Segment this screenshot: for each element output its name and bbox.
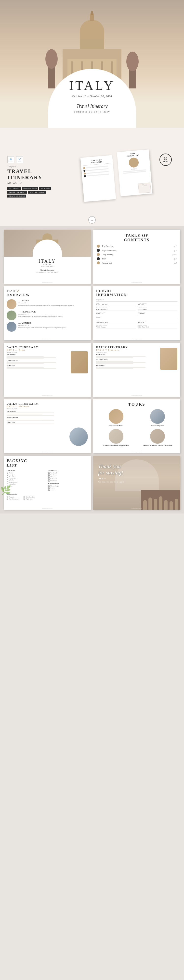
badge-colors: CHANGE COLORS — [7, 194, 26, 197]
hero-section: ITALY October 10 – October 20, 2024 Trav… — [0, 0, 184, 128]
hero-title: ITALY — [69, 78, 115, 93]
trip-city-venice: — VENICE October 18 - 20 Explore the mag… — [6, 322, 88, 332]
electronics-title: Electronics — [48, 482, 88, 484]
daily-day2-card: DAILY ITINERARY DAY 2 // Florence Octobe… — [93, 343, 180, 397]
tour-img-2 — [150, 409, 165, 424]
packing-col-clothing: Clothing T-shirts Jeans/pants Dress/skir… — [6, 469, 46, 491]
card-url-4: ultimatedesignco.etsy.com — [93, 338, 180, 339]
trip-title: TRIP✓OVERVIEW — [6, 289, 88, 297]
venice-name: — VENICE — [18, 322, 88, 324]
pages-badge: 10 PAGES — [159, 154, 172, 166]
toc-label-3: Daily Itinerary — [102, 253, 113, 256]
florence-daily-img — [160, 348, 178, 370]
item-jeans: Jeans/pants — [6, 474, 46, 476]
tours-card: TOURS Vatican City Tour Vatican City Tou… — [93, 399, 180, 453]
ret-from-field: Departure Airport VCE - Venice — [96, 325, 136, 328]
template-preview-section: G GOOGLE W WORD Template TRAVELITINERARY… — [0, 128, 184, 226]
day1-evening-label: EVENING — [6, 365, 68, 366]
ms-word-icon: W WORD — [16, 156, 23, 163]
cover-guide: complete guide to italy — [6, 271, 88, 273]
book-left-page: TABLE OFCONTENTS — [81, 155, 116, 202]
badge-google: GOOGLE DOCS — [22, 187, 38, 190]
day3-afternoon-label: AFTERNOON — [6, 417, 66, 418]
thankyou-dots-row — [99, 478, 180, 479]
dep-to-field: Arrival Airport FCO - Rome — [138, 307, 178, 311]
documents-title: Documents — [6, 493, 88, 495]
flight-info-card: FLIGHTINFORMATION Departure Date October… — [93, 286, 180, 340]
item-body-wash: Body wash — [48, 478, 88, 480]
cover-image — [4, 230, 91, 257]
tour-name-4: Murano & Burano Atlantic Glass Tour — [138, 445, 178, 447]
return-section: Return Date October 20, 2024 Flight Numb… — [96, 317, 178, 328]
thankyou-line2: for staying! — [98, 469, 180, 476]
item-dress: Dress/skirt — [6, 476, 46, 477]
florence-image — [6, 310, 16, 320]
card-url-7: ultimatedesignco.etsy.com — [4, 451, 91, 453]
dep-date-field: Date October 10, 2024 — [96, 303, 136, 306]
badge-edit: EASY EDITABLE — [28, 191, 46, 194]
card-url-8: ultimatedesignco.etsy.com — [93, 451, 180, 453]
ret-flight-value: AA 5678 — [138, 321, 178, 324]
card-url-6: ultimatedesignco.etsy.com — [93, 395, 180, 396]
toc-label-1: Trip Overview — [102, 245, 113, 247]
day1-subtitle: DAY 1 // Rome — [6, 349, 88, 351]
item-underwear: Underwear — [6, 484, 46, 485]
item-jacket: Light jacket — [6, 478, 46, 480]
toiletries-title: Toiletries — [48, 469, 88, 471]
item-sweater: Sweater — [6, 480, 46, 482]
day3-subtitle: DAY 3 // Florence — [6, 406, 88, 407]
tour-name-1: Vatican City Tour — [96, 425, 136, 427]
venice-dates: October 18 - 20 — [18, 325, 88, 326]
tour-item-3: St. Mark's Basilica & Doge's Palace — [96, 429, 136, 447]
venice-image — [6, 322, 16, 332]
cover-dates: October 10 -October 20, 2024 — [6, 264, 88, 268]
thankyou-line1: Thank you — [98, 463, 180, 469]
ret-date-field: Date October 20, 2024 — [96, 320, 136, 324]
day3-date: October 18, 2024 — [6, 408, 88, 410]
dep-deptime-field: Departure Time 10:00 AM — [96, 312, 136, 315]
packing-title: PACKINGLIST — [6, 459, 88, 468]
item-shoes: Walking shoes — [6, 482, 46, 484]
toc-item-5: Packing List p.9 — [97, 261, 177, 264]
hero-guide: complete guide to italy — [69, 110, 115, 113]
day3-evening-label: EVENING — [6, 422, 66, 423]
scroll-down-button[interactable]: ⌄ — [88, 216, 96, 224]
ret-flight-field: Flight Number AA 5678 — [138, 320, 178, 324]
day1-afternoon-label: AFTERNOON — [6, 360, 68, 362]
template-book: 10 PAGES TABLE OFCONTENTS — [56, 152, 177, 202]
thankyou-text-block: Thank you for staying! We hope to see yo… — [98, 463, 180, 483]
tour-img-3 — [109, 429, 124, 444]
tour-name-2: Vatican City Tour — [138, 425, 178, 427]
card-url-9: ultimatedesignco.etsy.com — [4, 508, 91, 509]
day2-morning-label: MORNING — [96, 354, 158, 355]
ret-row-2: Departure Airport VCE - Venice Arrival A… — [96, 325, 178, 328]
cover-content: ITALY October 10 -October 20, 2024 Trave… — [4, 257, 91, 275]
badge-print: READY FOR PRINT — [7, 191, 27, 194]
day3-title: DAILY ITINERARY — [6, 402, 88, 406]
toc-label-4: Tours — [102, 258, 106, 260]
venice-desc: Explore the magical canals and romantic … — [18, 327, 88, 329]
packing-col-toiletries: Toiletries Toothbrush Toothpaste Shampoo… — [48, 469, 88, 491]
florence-dates: October 15 - 17 — [18, 313, 88, 315]
dep-to-value: FCO - Rome — [138, 308, 178, 311]
day2-afternoon-label: AFTERNOON — [96, 359, 158, 360]
tour-item-2: Vatican City Tour — [138, 409, 178, 427]
toc-title: TABLE OFCONTENTS — [97, 233, 177, 242]
item-deodorant: Deodorant — [48, 480, 88, 482]
ret-row-1: Date October 20, 2024 Flight Number AA 5… — [96, 320, 178, 324]
daily-day1-card: DAILY ITINERARY DAY 1 // Rome October 10… — [4, 343, 91, 397]
rome-dates: October 10 - 14 — [18, 302, 88, 304]
card-url-10: ultimatedesignco.etsy.com — [93, 508, 180, 509]
toc-item-3: Daily Itinerary p.4-7 — [97, 253, 177, 256]
template-icons: G GOOGLE W WORD — [7, 156, 56, 163]
pages-grid-section: 🌿 ITALY October 10 -October 20, 2024 Tra… — [0, 226, 184, 514]
dep-from-value: JFK - New York — [96, 308, 136, 311]
item-flights: Flight tickets — [24, 498, 35, 500]
rome-daily-img — [71, 351, 88, 374]
card-url-2: ultimatedesignco.etsy.com — [93, 282, 180, 283]
clothing-title: Clothing — [6, 469, 46, 471]
template-subtitle: MS WORD — [7, 181, 56, 184]
trip-city-rome: — ROME October 10 - 14 Experience the an… — [6, 299, 88, 309]
daily-day3-header: DAILY ITINERARY DAY 3 // Florence Octobe… — [6, 402, 88, 410]
dep-label: Departure — [96, 299, 178, 301]
